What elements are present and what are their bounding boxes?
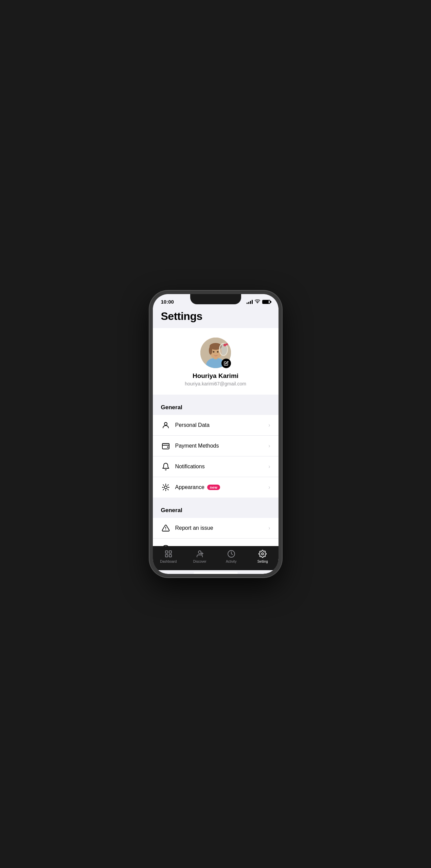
nav-discover[interactable]: Discover [184, 549, 216, 563]
notifications-label: Notifications [175, 464, 269, 470]
dashboard-label: Dashboard [160, 560, 177, 563]
chevron-right-icon: › [268, 546, 270, 546]
phone-frame: 10:00 [149, 291, 282, 577]
user-name: Houriya Karimi [193, 372, 238, 380]
menu-list-1: Personal Data › Payment Methods › [153, 415, 279, 498]
svg-point-27 [162, 545, 169, 546]
appearance-label: Appearance new [175, 484, 269, 490]
discover-label: Discover [193, 560, 206, 563]
general-section-2: General Report an issue › [153, 507, 279, 546]
svg-point-6 [209, 346, 212, 355]
svg-rect-31 [165, 551, 168, 553]
chevron-right-icon: › [268, 525, 270, 531]
svg-rect-14 [162, 444, 169, 449]
header: Settings [153, 307, 279, 328]
page-title: Settings [161, 310, 270, 323]
appearance-item[interactable]: Appearance new › [153, 477, 279, 498]
svg-rect-34 [169, 555, 172, 557]
svg-point-16 [164, 486, 167, 489]
info-icon [161, 544, 170, 546]
svg-point-7 [213, 351, 214, 353]
svg-point-10 [223, 344, 226, 346]
status-icons [247, 299, 270, 304]
svg-point-39 [262, 553, 264, 555]
section-2-title: General [153, 507, 279, 518]
person-icon [161, 420, 170, 430]
about-label: About [175, 546, 269, 546]
svg-point-0 [257, 303, 257, 303]
status-bar: 10:00 [153, 294, 279, 307]
section-1-title: General [153, 404, 279, 415]
main-content: Settings [153, 307, 279, 546]
nav-activity[interactable]: Activity [216, 549, 247, 563]
notifications-item[interactable]: Notifications › [153, 456, 279, 477]
chevron-right-icon: › [268, 443, 270, 449]
svg-rect-15 [167, 447, 168, 448]
svg-line-24 [167, 485, 168, 485]
home-indicator [194, 572, 238, 574]
chevron-right-icon: › [268, 484, 270, 490]
avatar-container [200, 338, 231, 368]
general-section-1: General Personal Data › [153, 404, 279, 498]
battery-icon [262, 300, 270, 304]
sun-icon [161, 483, 170, 492]
screen: 10:00 [153, 294, 279, 574]
status-time: 10:00 [161, 299, 174, 305]
new-badge: new [207, 485, 220, 490]
about-item[interactable]: About › [153, 539, 279, 546]
warning-icon [161, 523, 170, 533]
wallet-icon [161, 441, 170, 451]
report-issue-item[interactable]: Report an issue › [153, 518, 279, 539]
personal-data-label: Personal Data [175, 422, 269, 428]
edit-avatar-button[interactable] [221, 359, 231, 368]
profile-section: Houriya Karimi houriya.karimi67@gmail.co… [153, 328, 279, 395]
payment-methods-label: Payment Methods [175, 443, 269, 449]
user-email: houriya.karimi67@gmail.com [185, 381, 246, 386]
wifi-icon [255, 299, 260, 304]
svg-line-19 [163, 485, 164, 485]
svg-line-20 [167, 489, 168, 490]
nav-dashboard[interactable]: Dashboard [153, 549, 184, 563]
svg-point-8 [217, 351, 218, 353]
svg-rect-32 [169, 551, 172, 553]
grid-icon [164, 549, 173, 558]
nav-setting[interactable]: Setting [247, 549, 279, 563]
svg-point-35 [198, 551, 201, 554]
report-issue-label: Report an issue [175, 525, 269, 531]
payment-methods-item[interactable]: Payment Methods › [153, 436, 279, 456]
clock-icon [227, 549, 236, 558]
gear-icon [258, 549, 267, 558]
svg-point-11 [226, 343, 228, 345]
bell-icon [161, 462, 170, 471]
activity-label: Activity [226, 560, 237, 563]
chevron-right-icon: › [268, 422, 270, 428]
svg-rect-33 [165, 555, 168, 557]
svg-point-13 [164, 422, 167, 425]
setting-label: Setting [257, 560, 268, 563]
personal-data-item[interactable]: Personal Data › [153, 415, 279, 436]
chevron-right-icon: › [268, 464, 270, 470]
menu-list-2: Report an issue › About › [153, 518, 279, 546]
signal-icon [247, 300, 253, 304]
svg-line-23 [163, 489, 164, 490]
user-plus-icon [195, 549, 204, 558]
bottom-nav: Dashboard Discover [153, 546, 279, 570]
